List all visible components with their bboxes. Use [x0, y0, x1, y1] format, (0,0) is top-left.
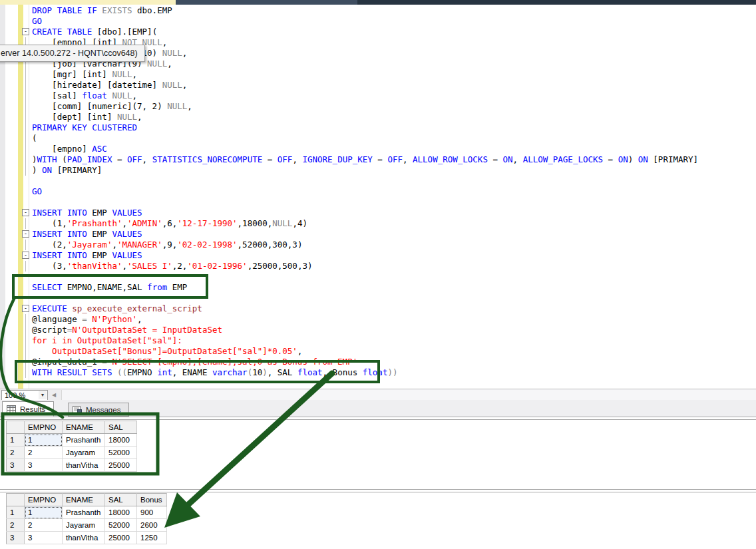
grid-cell[interactable]: 18000 [105, 434, 137, 447]
server-version-tooltip: erver 14.0.500.272 - HQNT\ccov648) [0, 45, 145, 62]
fold-guide-line [25, 367, 26, 378]
row-header[interactable]: 2 [7, 447, 25, 459]
ssms-window: DROP TABLE IF EXISTS dbo.EMPGO-CREATE TA… [0, 0, 756, 549]
grid-cell[interactable]: Prashanth [63, 506, 105, 519]
table-row: 33thanVitha25000 [7, 459, 137, 472]
grid-cell[interactable]: thanVitha [63, 532, 105, 544]
fold-guide-line [25, 325, 26, 335]
tab-results[interactable]: Results [2, 401, 54, 417]
column-header[interactable]: SAL [105, 494, 137, 506]
code-line: )WITH (PAD_INDEX = OFF, STATISTICS_NOREC… [0, 154, 756, 165]
collapse-toggle-icon[interactable]: - [22, 209, 29, 216]
grid-cell[interactable]: 1250 [137, 532, 167, 544]
code-line [0, 197, 756, 208]
grid-cell[interactable]: 2 [25, 447, 63, 459]
grid-cell[interactable]: 25000 [105, 532, 137, 544]
grid-cell[interactable]: 25000 [105, 459, 137, 472]
fold-guide-line [25, 69, 26, 80]
code-line: PRIMARY KEY CLUSTERED [0, 122, 756, 133]
row-header[interactable]: 2 [7, 519, 25, 532]
code-line: -INSERT INTO EMP VALUES [0, 250, 756, 261]
grid-cell[interactable]: 2600 [137, 519, 167, 532]
chevron-down-icon[interactable]: ▾ [39, 391, 47, 399]
fold-guide-line [25, 144, 26, 154]
code-line: -INSERT INTO EMP VALUES [0, 208, 756, 218]
row-header[interactable]: 3 [7, 459, 25, 472]
pane-divider [0, 417, 756, 417]
grid-cell[interactable]: Prashanth [63, 434, 105, 447]
collapse-toggle-icon[interactable]: - [22, 230, 29, 238]
collapse-toggle-icon[interactable]: - [22, 305, 29, 312]
results-grid-icon [7, 405, 16, 413]
code-line: GO [0, 186, 756, 197]
row-header[interactable]: 3 [7, 532, 25, 544]
results-grid-2[interactable]: EMPNOENAMESALBonus11Prashanth1800090022J… [6, 493, 167, 544]
grid-cell[interactable]: 1 [25, 506, 63, 519]
messages-icon [73, 405, 82, 414]
fold-guide-line [25, 165, 26, 176]
grid-cell[interactable]: 52000 [105, 519, 137, 532]
grid-cell[interactable]: 1 [25, 434, 63, 447]
fold-guide-line [25, 357, 26, 367]
resultset-splitter[interactable] [0, 489, 756, 490]
collapse-toggle-icon[interactable]: - [22, 28, 29, 35]
column-header[interactable]: SAL [105, 421, 137, 434]
code-line: (3,'thanVitha','SALES I',2,'01-02-1996',… [0, 261, 756, 272]
fold-guide-line [25, 80, 26, 91]
table-row: 22Jayaram520002600 [7, 519, 167, 532]
fold-guide-line [25, 91, 26, 101]
grid-corner-cell[interactable] [7, 494, 25, 506]
table-row: 11Prashanth18000900 [7, 506, 167, 519]
grid-cell[interactable]: thanVitha [63, 459, 105, 472]
row-header[interactable]: 1 [7, 434, 25, 447]
table-row: 11Prashanth18000 [7, 434, 137, 447]
row-header[interactable]: 1 [7, 506, 25, 519]
table-row: 33thanVitha250001250 [7, 532, 167, 544]
fold-guide-line [25, 101, 26, 112]
tab-messages-label: Messages [86, 406, 120, 414]
code-line: -EXECUTE sp_execute_external_script [0, 303, 756, 314]
grid-cell[interactable]: 2 [25, 519, 63, 532]
zoom-level-combo[interactable]: 100 % ▾ [1, 390, 48, 401]
resultset-splitter[interactable] [0, 492, 756, 492]
grid-cell[interactable]: 3 [25, 459, 63, 472]
window-top-strip-segment [357, 0, 756, 5]
code-line: [comm] [numeric](7, 2) NULL, [0, 101, 756, 112]
fold-guide-line [25, 335, 26, 346]
tooltip-text: erver 14.0.500.272 - HQNT\ccov648) [1, 49, 138, 58]
tab-results-label: Results [20, 405, 45, 413]
grid-cell[interactable]: 3 [25, 532, 63, 544]
window-top-strip-segment [0, 0, 176, 5]
column-header[interactable]: EMPNO [25, 421, 63, 434]
pane-divider [0, 419, 756, 420]
code-line: OutputDataSet["Bonus"]=OutputDataSet["sa… [0, 346, 756, 357]
results-tabbar: Results Messages [0, 400, 756, 417]
sql-editor[interactable]: DROP TABLE IF EXISTS dbo.EMPGO-CREATE TA… [0, 5, 756, 389]
window-top-strip-segment [176, 0, 357, 5]
fold-guide-line [25, 346, 26, 357]
code-line: @language = N'Python', [0, 314, 756, 325]
results-grid-1[interactable]: EMPNOENAMESAL11Prashanth1800022Jayaram52… [6, 421, 137, 472]
grid-cell[interactable]: Jayaram [63, 447, 105, 459]
fold-guide-line [25, 314, 26, 325]
code-line: GO [0, 16, 756, 27]
scroll-left-icon[interactable]: ◀ [49, 391, 59, 399]
column-header[interactable]: ENAME [63, 494, 105, 506]
fold-guide-line [25, 133, 26, 144]
code-line [0, 176, 756, 186]
grid-cell[interactable]: 900 [137, 506, 167, 519]
column-header[interactable]: EMPNO [25, 494, 63, 506]
code-line: ) ON [PRIMARY] [0, 165, 756, 176]
grid-cell[interactable]: Jayaram [63, 519, 105, 532]
grid-corner-cell[interactable] [7, 421, 25, 434]
collapse-toggle-icon[interactable]: - [22, 252, 29, 259]
grid-cell[interactable]: 18000 [105, 506, 137, 519]
column-header[interactable]: ENAME [63, 421, 105, 434]
code-line: [dept] [int] NULL, [0, 112, 756, 122]
tab-messages[interactable]: Messages [68, 403, 129, 417]
grid-cell[interactable]: 52000 [105, 447, 137, 459]
code-line: [empno] ASC [0, 144, 756, 154]
code-line: (2,'Jayaram','MANAGER',9,'02-02-1998',52… [0, 240, 756, 250]
horizontal-scrollbar[interactable] [61, 390, 756, 400]
column-header[interactable]: Bonus [137, 494, 167, 506]
